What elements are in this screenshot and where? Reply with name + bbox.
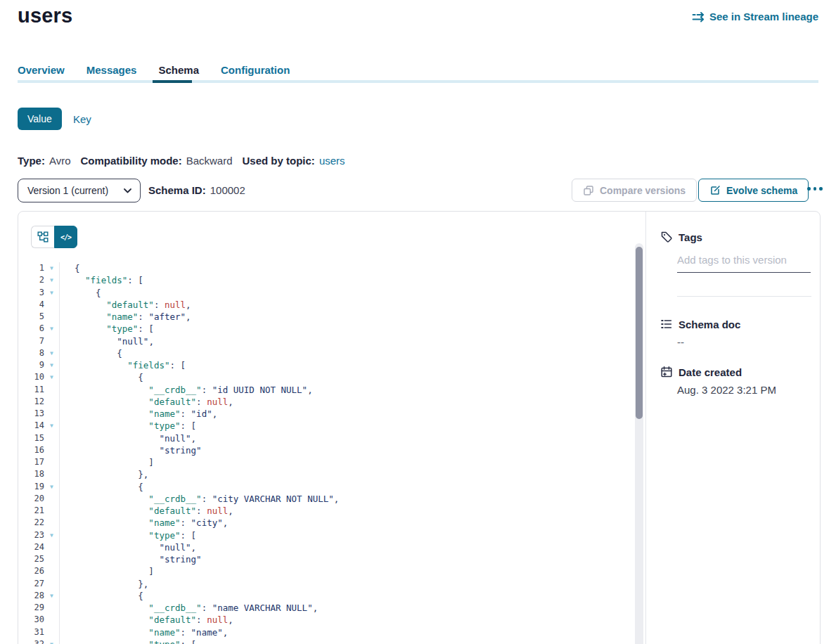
fold-gutter: [44, 408, 60, 420]
code-line: 20 "__crdb__": "city VARCHAR NOT NULL",: [18, 493, 634, 505]
code-text: "type": [: [75, 323, 154, 335]
editor-scrollbar-thumb[interactable]: [636, 247, 643, 419]
code-text: "default": null,: [75, 299, 191, 311]
code-line: 32▼ "type": [: [18, 638, 634, 644]
line-number: 22: [18, 517, 44, 529]
date-created-section-header: Date created: [660, 366, 742, 378]
code-text: {: [75, 347, 122, 359]
fold-toggle-icon[interactable]: ▼: [44, 287, 60, 299]
fold-toggle-icon[interactable]: ▼: [44, 638, 60, 644]
code-text: "string": [75, 444, 202, 456]
calendar-plus-icon: [660, 366, 673, 378]
value-toggle-button[interactable]: Value: [18, 108, 62, 130]
fold-gutter: [44, 384, 60, 396]
code-text: ]: [75, 565, 154, 577]
code-line: 12 "default": null,: [18, 396, 634, 408]
code-text: "null",: [75, 541, 196, 553]
fold-toggle-icon[interactable]: ▼: [44, 529, 60, 541]
tree-view-icon: [37, 231, 49, 243]
code-line: 3▼ {: [18, 287, 634, 299]
fold-gutter: [44, 432, 60, 444]
code-text: {: [75, 371, 143, 383]
fold-gutter: [44, 335, 60, 347]
code-line: 4 "default": null,: [18, 299, 634, 311]
code-view-button[interactable]: </>: [54, 226, 77, 248]
compatibility-value: Backward: [186, 155, 233, 167]
schema-meta-row: Type: Avro Compatibility mode: Backward …: [18, 155, 345, 167]
stream-lineage-icon: [692, 11, 705, 22]
compatibility-label: Compatibility mode:: [80, 155, 181, 167]
fold-toggle-icon[interactable]: ▼: [44, 590, 60, 602]
line-number: 2: [18, 274, 44, 286]
tab-schema[interactable]: Schema: [158, 64, 199, 76]
line-number: 32: [18, 638, 44, 644]
fold-gutter: [44, 299, 60, 311]
used-by-topic-link[interactable]: users: [319, 155, 345, 167]
code-text: },: [75, 578, 148, 590]
more-actions-button[interactable]: [807, 187, 823, 191]
line-number: 25: [18, 553, 44, 565]
fold-toggle-icon[interactable]: ▼: [44, 481, 60, 493]
add-tags-input[interactable]: [677, 252, 811, 273]
line-number: 4: [18, 299, 44, 311]
version-select-value: Version 1 (current): [27, 185, 108, 196]
schema-view-toggle: </>: [31, 226, 77, 248]
fold-toggle-icon[interactable]: ▼: [44, 359, 60, 371]
fold-toggle-icon[interactable]: ▼: [44, 274, 60, 286]
tab-configuration[interactable]: Configuration: [221, 64, 290, 76]
fold-toggle-icon[interactable]: ▼: [44, 347, 60, 359]
code-text: "name": "name",: [75, 626, 228, 638]
stream-lineage-label: See in Stream lineage: [709, 11, 818, 22]
line-number: 6: [18, 323, 44, 335]
code-line: 5 "name": "after",: [18, 311, 634, 323]
line-number: 8: [18, 347, 44, 359]
schema-code-editor[interactable]: </> 1▼{2▼ "fields": [3▼ {4 "default": nu…: [18, 212, 646, 644]
code-text: {: [75, 481, 143, 493]
code-text: "string": [75, 553, 202, 565]
fold-toggle-icon[interactable]: ▼: [44, 262, 60, 274]
code-line: 28▼ {: [18, 590, 634, 602]
code-line: 25 "string": [18, 553, 634, 565]
active-tab-indicator: [153, 80, 192, 83]
code-line: 24 "null",: [18, 541, 634, 553]
line-number: 28: [18, 590, 44, 602]
line-number: 13: [18, 408, 44, 420]
chevron-down-icon: [124, 188, 131, 193]
code-text: "__crdb__": "id UUID NOT NULL",: [75, 384, 313, 396]
line-number: 10: [18, 371, 44, 383]
fold-toggle-icon[interactable]: ▼: [44, 323, 60, 335]
fold-toggle-icon[interactable]: ▼: [44, 420, 60, 432]
line-number: 17: [18, 456, 44, 468]
code-line: 14▼ "type": [: [18, 420, 634, 432]
compare-versions-button[interactable]: Compare versions: [572, 179, 697, 202]
code-text: "default": null,: [75, 396, 233, 408]
evolve-schema-label: Evolve schema: [726, 185, 797, 196]
topic-tabs: Overview Messages Schema Configuration: [18, 64, 290, 76]
stream-lineage-link[interactable]: See in Stream lineage: [692, 11, 818, 22]
line-number: 30: [18, 614, 44, 626]
version-select[interactable]: Version 1 (current): [18, 179, 141, 202]
line-number: 29: [18, 602, 44, 614]
line-number: 23: [18, 529, 44, 541]
line-number: 14: [18, 420, 44, 432]
tags-title: Tags: [679, 231, 702, 243]
tree-view-button[interactable]: [31, 226, 54, 248]
code-view-icon: </>: [60, 233, 71, 241]
editor-scrollbar[interactable]: [635, 243, 643, 644]
tab-messages[interactable]: Messages: [86, 64, 137, 76]
date-created-title: Date created: [679, 366, 742, 378]
code-lines: 1▼{2▼ "fields": [3▼ {4 "default": null,5…: [18, 262, 634, 644]
type-value: Avro: [49, 155, 71, 167]
key-toggle-link[interactable]: Key: [73, 113, 91, 125]
line-number: 18: [18, 468, 44, 480]
code-line: 16 "string": [18, 444, 634, 456]
fold-toggle-icon[interactable]: ▼: [44, 371, 60, 383]
fold-gutter: [44, 444, 60, 456]
tab-overview[interactable]: Overview: [18, 64, 65, 76]
code-line: 15 "null",: [18, 432, 634, 444]
code-text: "type": [: [75, 420, 196, 432]
code-text: "type": [: [75, 529, 196, 541]
evolve-schema-button[interactable]: Evolve schema: [698, 179, 809, 202]
code-line: 27 },: [18, 578, 634, 590]
code-text: "default": null,: [75, 614, 233, 626]
